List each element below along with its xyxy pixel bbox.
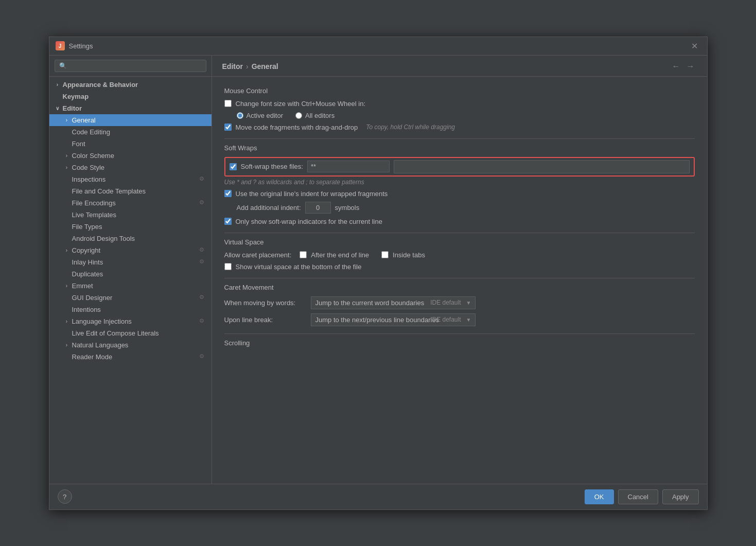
moving-words-row: When moving by words: Jump to the curren… (224, 296, 695, 309)
all-editors-radio[interactable] (295, 112, 302, 119)
add-indent-input[interactable] (305, 202, 331, 214)
sidebar-item-label: Editor (63, 104, 82, 112)
change-font-size-label[interactable]: Change font size with Ctrl+Mouse Wheel i… (224, 100, 366, 108)
sidebar-item-code-editing[interactable]: Code Editing (49, 126, 212, 138)
sidebar-item-label: General (72, 116, 96, 124)
show-virtual-checkbox[interactable] (224, 263, 232, 270)
sidebar-item-file-code-templates[interactable]: File and Code Templates (49, 185, 212, 197)
forward-button[interactable]: → (684, 61, 697, 72)
back-button[interactable]: ← (670, 61, 682, 72)
caret-movement-section: Caret Movement When moving by words: Jum… (224, 284, 695, 326)
sidebar-item-inspections[interactable]: Inspections ⚙ (49, 173, 212, 185)
sidebar-item-editor[interactable]: ∨ Editor (49, 102, 212, 114)
sidebar-item-label: Appearance & Behavior (63, 81, 138, 89)
only-show-indicators-checkbox[interactable] (224, 218, 232, 225)
help-button[interactable]: ? (58, 489, 72, 504)
search-input[interactable] (55, 60, 206, 72)
sidebar-item-copyright[interactable]: › Copyright ⚙ (49, 244, 212, 256)
sidebar-item-android-design-tools[interactable]: Android Design Tools (49, 233, 212, 244)
chevron-icon: › (64, 283, 70, 289)
sidebar-item-natural-languages[interactable]: › Natural Languages (49, 339, 212, 351)
nav-arrows: ← → (670, 61, 697, 72)
cancel-button[interactable]: Cancel (618, 489, 658, 504)
chevron-icon: › (64, 153, 70, 158)
sidebar-item-general[interactable]: › General (49, 114, 212, 126)
sidebar-item-reader-mode[interactable]: Reader Mode ⚙ (49, 351, 212, 363)
use-original-indent-checkbox[interactable] (224, 190, 232, 197)
sidebar-item-intentions[interactable]: Intentions (49, 304, 212, 315)
divider-1 (224, 138, 695, 139)
line-break-select[interactable]: Jump to the next/previous line boundarie… (311, 313, 476, 326)
sidebar-item-live-edit-compose[interactable]: Live Edit of Compose Literals (49, 327, 212, 339)
sidebar-item-live-templates[interactable]: Live Templates (49, 209, 212, 221)
only-show-indicators-label[interactable]: Only show soft-wrap indicators for the c… (224, 218, 382, 225)
sidebar-item-file-types[interactable]: File Types (49, 221, 212, 233)
sidebar-item-label: Code Style (72, 164, 105, 171)
moving-words-select[interactable]: Jump to the current word boundaries Jump… (311, 296, 476, 309)
allow-caret-label: Allow caret placement: (224, 251, 292, 259)
ok-button[interactable]: OK (585, 489, 614, 504)
soft-wrap-input[interactable] (307, 161, 390, 172)
soft-wraps-section: Soft Wraps Soft-wrap these files: Use * … (224, 144, 695, 225)
sidebar-item-label: Keymap (63, 93, 89, 100)
sidebar-item-appearance[interactable]: › Appearance & Behavior (49, 79, 212, 91)
all-editors-text: All editors (305, 112, 335, 119)
sidebar-item-language-injections[interactable]: › Language Injections ⚙ (49, 315, 212, 327)
scrolling-section: Scrolling (224, 339, 695, 347)
all-editors-label[interactable]: All editors (295, 112, 335, 119)
active-editor-radio[interactable] (237, 112, 243, 119)
editor-radio-row: Active editor All editors (237, 112, 695, 119)
dialog-footer: ? OK Cancel Apply (49, 484, 707, 509)
settings-icon: ⚙ (199, 318, 206, 325)
change-font-size-checkbox[interactable] (224, 100, 232, 107)
settings-icon: ⚙ (199, 353, 206, 360)
use-original-indent-label[interactable]: Use the original line's indent for wrapp… (224, 190, 388, 198)
sidebar-item-label: Language Injections (72, 318, 132, 325)
divider-3 (224, 278, 695, 278)
sidebar-item-label: Inlay Hints (72, 258, 103, 266)
mouse-control-title: Mouse Control (224, 87, 695, 95)
sidebar-item-keymap[interactable]: Keymap (49, 91, 212, 102)
after-end-label[interactable]: After the end of line (300, 251, 369, 259)
scrolling-title: Scrolling (224, 339, 695, 347)
inside-tabs-text: Inside tabs (393, 251, 425, 259)
move-code-hint: To copy, hold Ctrl while dragging (366, 124, 455, 131)
active-editor-label[interactable]: Active editor (237, 112, 284, 119)
after-end-checkbox[interactable] (300, 251, 307, 258)
window-title: Settings (69, 42, 93, 50)
divider-4 (224, 333, 695, 334)
sidebar-item-code-style[interactable]: › Code Style (49, 162, 212, 173)
chevron-icon: ∨ (55, 105, 61, 111)
chevron-icon: › (64, 319, 70, 324)
sidebar-item-inlay-hints[interactable]: Inlay Hints ⚙ (49, 256, 212, 268)
sidebar-item-gui-designer[interactable]: GUI Designer ⚙ (49, 292, 212, 304)
sidebar-item-label: Code Editing (72, 128, 110, 136)
move-code-label[interactable]: Move code fragments with drag-and-drop (224, 124, 358, 131)
sidebar-item-file-encodings[interactable]: File Encodings ⚙ (49, 197, 212, 209)
moving-words-dropdown-wrap: Jump to the current word boundaries Jump… (311, 296, 476, 309)
content-body: Mouse Control Change font size with Ctrl… (212, 77, 707, 484)
close-button[interactable]: ✕ (688, 40, 701, 52)
dialog-body: › Appearance & Behavior Keymap ∨ Editor … (49, 56, 707, 484)
allow-caret-row: Allow caret placement: After the end of … (224, 251, 695, 259)
sidebar-item-label: Android Design Tools (72, 235, 135, 242)
sidebar-item-label: Color Scheme (72, 152, 114, 160)
soft-wrap-checkbox[interactable] (230, 163, 237, 170)
apply-button[interactable]: Apply (662, 489, 699, 504)
soft-wrap-files-row: Soft-wrap these files: (224, 157, 695, 177)
sidebar-item-duplicates[interactable]: Duplicates (49, 268, 212, 280)
sidebar-item-label: File Types (72, 223, 102, 231)
sidebar-item-font[interactable]: Font (49, 138, 212, 150)
soft-wrap-checkbox-label[interactable]: Soft-wrap these files: (230, 163, 303, 170)
sidebar-item-label: GUI Designer (72, 294, 113, 302)
move-code-checkbox[interactable] (224, 124, 232, 131)
settings-dialog: J Settings ✕ › Appearance & Behavior Key… (49, 37, 708, 510)
sidebar-item-color-scheme[interactable]: › Color Scheme (49, 150, 212, 162)
virtual-space-section: Virtual Space Allow caret placement: Aft… (224, 238, 695, 271)
show-virtual-label[interactable]: Show virtual space at the bottom of the … (224, 263, 362, 271)
change-font-size-row: Change font size with Ctrl+Mouse Wheel i… (224, 100, 695, 108)
inside-tabs-checkbox[interactable] (381, 251, 389, 258)
inside-tabs-label[interactable]: Inside tabs (381, 251, 425, 259)
soft-wrap-rest-field[interactable] (394, 160, 690, 173)
sidebar-item-emmet[interactable]: › Emmet (49, 280, 212, 292)
